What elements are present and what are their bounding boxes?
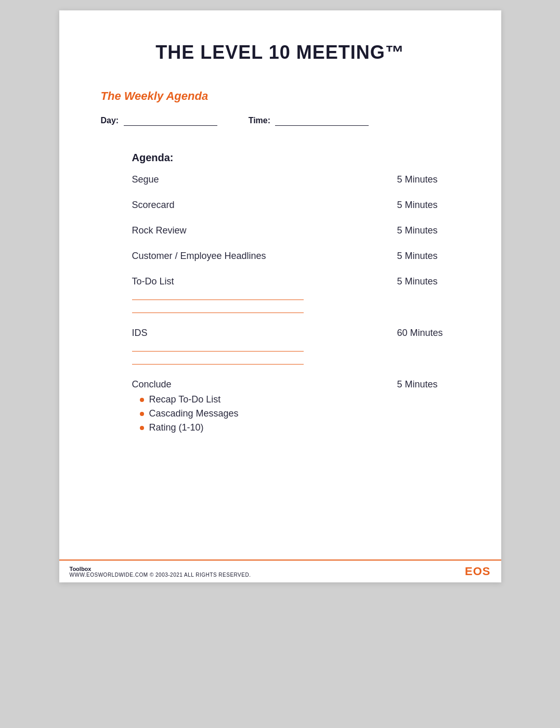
agenda-item-rock-review-left: Rock Review	[132, 225, 397, 236]
agenda-item-rock-review: Rock Review 5 Minutes	[132, 225, 460, 236]
agenda-item-rock-review-time: 5 Minutes	[397, 225, 460, 236]
agenda-heading: Agenda:	[132, 152, 460, 164]
agenda-item-customer-employee-left: Customer / Employee Headlines	[132, 251, 397, 262]
agenda-item-conclude: Conclude Recap To-Do List Cascading Mess…	[132, 379, 460, 451]
agenda-item-scorecard-time: 5 Minutes	[397, 200, 460, 211]
time-label: Time:	[249, 116, 270, 125]
agenda-item-segue-name: Segue	[132, 174, 159, 185]
conclude-time: 5 Minutes	[397, 379, 460, 390]
conclude-bullet-list: Recap To-Do List Cascading Messages Rati…	[140, 394, 239, 433]
list-item: Recap To-Do List	[140, 394, 239, 405]
day-field: Day:	[101, 116, 217, 126]
time-field: Time:	[249, 116, 369, 126]
agenda-item-ids-time: 60 Minutes	[397, 328, 460, 339]
agenda-item-segue-time: 5 Minutes	[397, 174, 460, 185]
agenda-item-customer-employee-name: Customer / Employee Headlines	[132, 251, 266, 261]
agenda-item-scorecard-left: Scorecard	[132, 200, 397, 211]
agenda-item-scorecard: Scorecard 5 Minutes	[132, 200, 460, 211]
footer-toolbox: Toolbox	[70, 566, 251, 572]
agenda-item-ids-name: IDS	[132, 328, 148, 338]
agenda-section: Agenda: Segue 5 Minutes Scorecard 5 Minu…	[132, 152, 460, 451]
footer-left: Toolbox WWW.EOSWORLDWIDE.COM © 2003-2021…	[70, 566, 251, 578]
ids-line-2	[132, 355, 304, 365]
agenda-item-todo-left: To-Do List	[132, 276, 397, 313]
conclude-name: Conclude	[132, 379, 239, 390]
agenda-item-todo-time: 5 Minutes	[397, 276, 460, 287]
eos-logo: EOS	[465, 565, 491, 578]
bullet-text: Rating (1-10)	[149, 422, 204, 433]
list-item: Rating (1-10)	[140, 422, 239, 433]
bullet-dot-icon	[140, 412, 144, 416]
day-time-row: Day: Time:	[101, 116, 460, 126]
agenda-item-segue: Segue 5 Minutes	[132, 174, 460, 185]
eos-logo-text: EOS	[465, 565, 491, 578]
bullet-text: Cascading Messages	[149, 408, 239, 419]
bullet-dot-icon	[140, 426, 144, 430]
footer: Toolbox WWW.EOSWORLDWIDE.COM © 2003-2021…	[59, 560, 501, 582]
day-underline[interactable]	[124, 116, 217, 126]
agenda-item-customer-employee: Customer / Employee Headlines 5 Minutes	[132, 251, 460, 262]
footer-url: WWW.EOSWORLDWIDE.COM © 2003-2021 ALL RIG…	[70, 572, 251, 578]
agenda-item-ids-left: IDS	[132, 328, 397, 365]
agenda-item-ids: IDS 60 Minutes	[132, 328, 460, 365]
agenda-item-scorecard-name: Scorecard	[132, 200, 175, 210]
conclude-block: Conclude Recap To-Do List Cascading Mess…	[132, 379, 239, 436]
day-label: Day:	[101, 116, 119, 125]
time-underline[interactable]	[275, 116, 369, 126]
agenda-item-todo: To-Do List 5 Minutes	[132, 276, 460, 313]
bullet-dot-icon	[140, 398, 144, 402]
weekly-agenda-label: The Weekly Agenda	[101, 89, 460, 103]
todo-line-2	[132, 303, 304, 313]
agenda-item-segue-left: Segue	[132, 174, 397, 185]
ids-line-1	[132, 342, 304, 352]
agenda-item-todo-name: To-Do List	[132, 276, 174, 287]
list-item: Cascading Messages	[140, 408, 239, 419]
todo-line-1	[132, 290, 304, 300]
agenda-item-rock-review-name: Rock Review	[132, 225, 187, 236]
page-title: THE LEVEL 10 MEETING™	[101, 42, 460, 63]
document-page: THE LEVEL 10 MEETING™ The Weekly Agenda …	[59, 10, 501, 582]
agenda-item-customer-employee-time: 5 Minutes	[397, 251, 460, 262]
bullet-text: Recap To-Do List	[149, 394, 221, 405]
